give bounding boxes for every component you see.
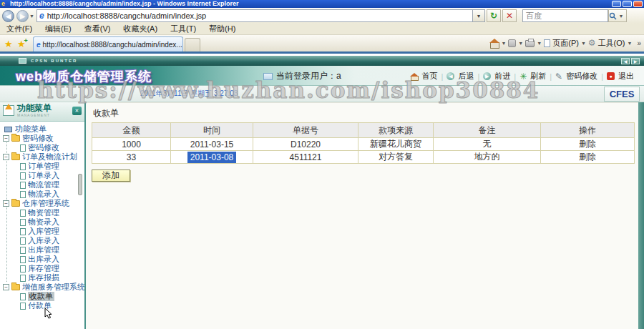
rss-icon[interactable] — [508, 39, 516, 47]
user-doc-icon — [263, 73, 273, 80]
app-header: web物质仓储管理系统 当前登录用户：a 首页 | ◀ 后退 | ▶ 前进 | … — [0, 66, 644, 86]
delete-link[interactable]: 删除 — [579, 139, 596, 149]
tree-item-order-entry[interactable]: 订单录入 — [0, 171, 84, 180]
doc-icon — [20, 247, 26, 254]
close-button[interactable] — [633, 1, 643, 7]
tree-root[interactable]: 功能菜单 — [0, 124, 84, 134]
folder-label: 密码修改 — [22, 134, 54, 143]
search-dropdown-icon: ▼ — [618, 14, 623, 19]
nav-sep: | — [550, 72, 552, 81]
item-label: 物资录入 — [28, 217, 59, 227]
cell-source: 新疆花儿商贸 — [358, 138, 434, 151]
brand-right-arrow[interactable]: ▶ — [631, 58, 640, 64]
folder-label: 增值服务管理系统 — [22, 283, 84, 292]
nav-back[interactable]: 后退 — [458, 71, 474, 82]
rss-dropdown-icon[interactable]: ▼ — [518, 41, 523, 46]
favorites-icon[interactable]: ★ — [4, 39, 13, 49]
print-icon[interactable] — [525, 40, 535, 47]
tree-item-logistics-entry[interactable]: 物流录入 — [0, 190, 84, 199]
nav-home[interactable]: 首页 — [422, 71, 438, 82]
browser-tab[interactable]: e http://localhost:8888/cangchu/admin/in… — [33, 36, 183, 51]
tree-root-label: 功能菜单 — [15, 124, 47, 134]
collapse-icon[interactable]: − — [3, 200, 9, 207]
add-button[interactable]: 添加 — [92, 170, 130, 182]
print-dropdown-icon[interactable]: ▼ — [537, 41, 542, 46]
tree-folder-password[interactable]: −密码修改 — [0, 134, 84, 143]
nav-home-icon — [410, 73, 419, 80]
tree-item-outbound-entry[interactable]: 出库录入 — [0, 255, 84, 264]
stop-button[interactable]: ✕ — [502, 9, 517, 22]
forward-button[interactable]: ▶ — [16, 10, 29, 22]
minimize-button[interactable] — [612, 1, 621, 7]
maximize-button[interactable] — [623, 1, 632, 7]
new-tab-stub[interactable] — [185, 38, 200, 51]
nav-logout[interactable]: 退出 — [618, 71, 634, 82]
collapse-icon[interactable]: − — [3, 284, 9, 290]
tools-dropdown-icon[interactable]: ▼ — [628, 41, 633, 46]
menu-tools[interactable]: 工具(T) — [164, 24, 203, 34]
password-edit-icon: ✎ — [555, 72, 562, 82]
collapse-icon[interactable]: − — [3, 154, 9, 160]
nav-refresh[interactable]: 刷新 — [530, 71, 546, 82]
folder-icon — [11, 284, 20, 290]
collapse-icon[interactable]: − — [3, 135, 9, 142]
tree-folder-warehouse[interactable]: −仓库管理系统 — [0, 199, 84, 208]
delete-link[interactable]: 删除 — [579, 152, 596, 162]
refresh-button[interactable]: ↻ — [487, 9, 501, 22]
page-menu[interactable]: 页面(P) — [552, 38, 579, 49]
home-dropdown-icon[interactable]: ▼ — [501, 41, 506, 46]
tools-menu[interactable]: 工具(O) — [598, 38, 625, 49]
tree-item-inbound-entry[interactable]: 入库录入 — [0, 236, 84, 245]
nav-change-password[interactable]: 密码修改 — [566, 71, 597, 82]
tree-folder-orders[interactable]: −订单及物流计划 — [0, 152, 84, 162]
tree-item-material-entry[interactable]: 物资录入 — [0, 217, 84, 227]
doc-icon — [20, 210, 26, 217]
sidebar: 功能菜单 MANAGEMENT ✕ 功能菜单 −密码修改 密码修改 −订单及物流… — [0, 102, 86, 329]
sidebar-scrollbar[interactable] — [78, 174, 82, 195]
nav-forward[interactable]: 前进 — [494, 71, 510, 82]
page-dropdown-icon[interactable]: ▼ — [581, 41, 586, 46]
tree-item-inbound-manage[interactable]: 入库管理 — [0, 227, 84, 236]
toolbar-overflow[interactable]: » — [637, 39, 641, 47]
logout-icon: ● — [607, 72, 615, 80]
back-button[interactable]: ◀ — [2, 10, 14, 22]
address-input[interactable]: e http://localhost:8888/cangchu/admin/in… — [36, 9, 473, 22]
search-button[interactable]: ▼ — [608, 9, 627, 22]
doc-icon — [20, 144, 26, 152]
tree-folder-value-added[interactable]: −增值服务管理系统 — [0, 283, 84, 292]
menu-favorites[interactable]: 收藏夹(A) — [117, 24, 164, 34]
address-dropdown[interactable]: ▼ — [473, 9, 485, 22]
tree-item-logistics-manage[interactable]: 物流管理 — [0, 180, 84, 190]
selected-text: 2011-03-08 — [187, 152, 237, 163]
tree-item-receipt[interactable]: 收款单 — [0, 292, 84, 301]
folder-label: 订单及物流计划 — [22, 152, 77, 162]
tree-item-outbound-manage[interactable]: 出库管理 — [0, 245, 84, 255]
doc-icon — [20, 256, 26, 263]
tree-item-material-manage[interactable]: 物资管理 — [0, 208, 84, 217]
receipts-table: 金额 时间 单据号 款项来源 备注 操作 1000 2011-03-15 D10… — [92, 122, 635, 164]
panel-close-icon[interactable]: ✕ — [72, 107, 82, 115]
doc-icon — [20, 265, 26, 272]
home-icon[interactable] — [489, 39, 499, 47]
tree-item-stock-manage[interactable]: 库存管理 — [0, 264, 84, 273]
brand-left-arrow[interactable]: ◀ — [621, 58, 630, 64]
nav-forward-icon: ▶ — [483, 72, 491, 80]
tree-item-payment[interactable]: 付款单 — [0, 301, 84, 310]
menu-edit[interactable]: 编辑(E) — [39, 24, 78, 34]
folder-icon — [11, 154, 20, 160]
folder-icon — [11, 135, 20, 142]
tree-item-order-manage[interactable]: 订单管理 — [0, 162, 84, 171]
item-label: 物流管理 — [28, 180, 59, 190]
menu-file[interactable]: 文件(F) — [0, 24, 39, 34]
brand-text: CPSN BUNTER — [31, 59, 77, 63]
search-input[interactable]: 百度 — [522, 9, 608, 22]
menu-help[interactable]: 帮助(H) — [203, 24, 242, 34]
menu-view[interactable]: 查看(V) — [78, 24, 117, 34]
add-favorite-icon[interactable]: ★ — [17, 39, 26, 49]
tree-item-stock-loss[interactable]: 库存报损 — [0, 273, 84, 283]
tree-item-password-edit[interactable]: 密码修改 — [0, 143, 84, 152]
panel-header-icon — [3, 105, 14, 116]
window-titlebar: e http://localhost:8888/cangchu/admin/in… — [0, 0, 644, 8]
nav-sep: | — [514, 72, 516, 81]
history-dropdown[interactable]: ▼ — [29, 14, 34, 19]
